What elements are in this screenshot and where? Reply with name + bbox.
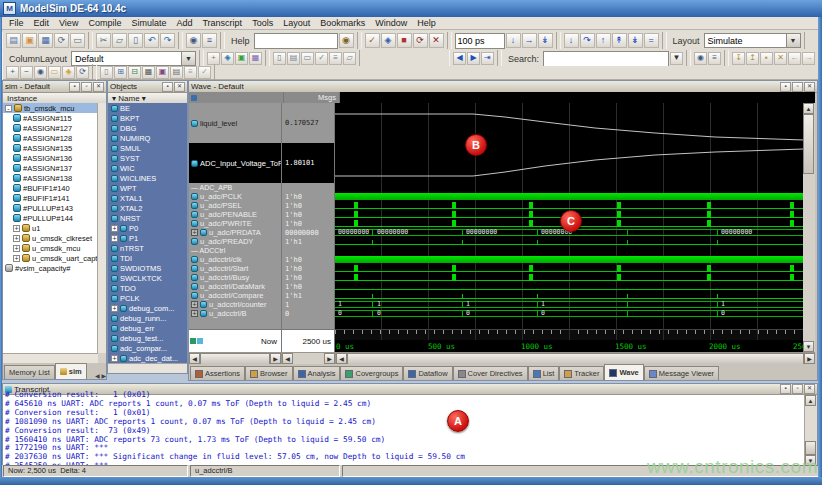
objects-list-item[interactable]: +P0: [108, 223, 187, 233]
leaf-names-icon[interactable]: ▯: [100, 66, 113, 79]
tree-item[interactable]: #ASSIGN#115: [3, 113, 98, 123]
wave-signal-name[interactable]: u_adc/PSEL: [189, 201, 281, 210]
props-icon[interactable]: ✓: [198, 66, 211, 79]
tab-analysis[interactable]: Analysis: [293, 366, 341, 380]
wave-signal-name[interactable]: u_adcctrl/Busy: [189, 273, 281, 282]
objects-list-item[interactable]: WPT: [108, 183, 187, 193]
edit-mode-icon[interactable]: ✓: [315, 52, 328, 65]
menu-bookmarks[interactable]: Bookmarks: [315, 18, 370, 28]
objects-list-item[interactable]: +adc_dec_dat...: [108, 353, 187, 363]
tree-item[interactable]: #ASSIGN#138: [3, 173, 98, 183]
tab-covergroups[interactable]: Covergroups: [340, 366, 403, 380]
objects-list-item[interactable]: SMUL: [108, 143, 187, 153]
tree-item[interactable]: #ASSIGN#127: [3, 123, 98, 133]
map-icon[interactable]: ≡: [329, 52, 342, 65]
transcript-log[interactable]: # Conversion result: 1 (0x01)# 645610 ns…: [5, 391, 803, 466]
help-go-icon[interactable]: ◉: [339, 33, 354, 48]
tree-item[interactable]: +u1: [3, 223, 98, 233]
objects-list-item[interactable]: PCLK: [108, 293, 187, 303]
objects-list-item[interactable]: debug_err: [108, 323, 187, 333]
run-icon[interactable]: ↓: [506, 33, 521, 48]
menu-view[interactable]: View: [54, 18, 83, 28]
scroll-left-icon[interactable]: ◀: [189, 353, 200, 364]
edge-left-icon[interactable]: ←: [788, 52, 801, 65]
expand-icon[interactable]: ⊞: [114, 66, 127, 79]
wave-name-column-header[interactable]: [189, 92, 284, 103]
restart-icon[interactable]: ⟳: [413, 33, 428, 48]
wave-signal-name[interactable]: u_adc/PWRITE: [189, 219, 281, 228]
scrollbar-thumb[interactable]: [803, 114, 814, 174]
prev-transition-icon[interactable]: ◀: [453, 52, 466, 65]
end-sim-icon[interactable]: ✕: [429, 33, 444, 48]
wave-signal-name[interactable]: +u_adcctrl/B: [189, 309, 281, 318]
collapse-icon[interactable]: -: [5, 105, 12, 112]
cut-icon[interactable]: ✂: [96, 33, 111, 48]
pin-icon[interactable]: ▪: [162, 82, 173, 92]
expand-icon[interactable]: +: [111, 225, 118, 232]
tree-item[interactable]: +u_cmsdk_clkreset: [3, 233, 98, 243]
close-icon[interactable]: ✕: [174, 82, 185, 92]
pencil-icon[interactable]: ▱: [343, 52, 356, 65]
cursor-lock-icon[interactable]: ▪: [760, 52, 773, 65]
wave-signal-name[interactable]: u_adc/PENABLE: [189, 210, 281, 219]
step-over-icon[interactable]: ↷: [580, 33, 595, 48]
tree-item[interactable]: #ASSIGN#137: [3, 163, 98, 173]
tab-sim[interactable]: sim: [55, 363, 87, 379]
reload-icon[interactable]: ⟳: [54, 33, 69, 48]
cursor-add-icon[interactable]: ◈: [221, 52, 234, 65]
close-icon[interactable]: ✕: [93, 82, 104, 92]
menu-file[interactable]: File: [4, 18, 29, 28]
wave-signal-name[interactable]: — ADC_APB: [189, 183, 281, 192]
undo-icon[interactable]: ↶: [144, 33, 159, 48]
tab-wave[interactable]: Wave: [604, 364, 643, 380]
pause-icon[interactable]: =: [644, 33, 659, 48]
timeline-labels[interactable]: 0 us500 us1000 us1500 us2000 us250: [335, 340, 803, 352]
justify-icon[interactable]: ≡: [184, 66, 197, 79]
new-file-icon[interactable]: ▤: [6, 33, 21, 48]
zoom-in-icon[interactable]: +: [6, 66, 19, 79]
tab-message-viewer[interactable]: Message Viewer: [644, 366, 719, 380]
menu-edit[interactable]: Edit: [29, 18, 55, 28]
tab-cover-directives[interactable]: Cover Directives: [453, 366, 528, 380]
simulate-icon[interactable]: ◈: [381, 33, 396, 48]
wave-signal-name[interactable]: — ADCCtrl: [189, 246, 281, 255]
title-bar[interactable]: M ModelSim DE-64 10.4c: [0, 0, 822, 17]
wave-signal-name[interactable]: u_adcctrl/Compare: [189, 291, 281, 300]
scroll-left-icon[interactable]: ◀: [336, 353, 347, 364]
expand-icon[interactable]: +: [13, 255, 20, 262]
objects-list-item[interactable]: XTAL1: [108, 193, 187, 203]
maximize-icon[interactable]: ▫: [81, 82, 92, 92]
group-sel-icon[interactable]: ▦: [142, 66, 155, 79]
redo-icon[interactable]: ↷: [160, 33, 175, 48]
pin-icon[interactable]: ▪: [69, 82, 80, 92]
expand-icon[interactable]: +: [13, 235, 20, 242]
objects-list-item[interactable]: WIC: [108, 163, 187, 173]
copy-icon[interactable]: ▱: [112, 33, 127, 48]
scroll-right-icon[interactable]: ▶: [324, 353, 335, 364]
up-level-icon[interactable]: ↟: [612, 33, 627, 48]
collapse-icon[interactable]: ⊟: [128, 66, 141, 79]
tree-item[interactable]: #BUFIF1#141: [3, 193, 98, 203]
run-all-icon[interactable]: ↡: [538, 33, 553, 48]
menu-compile[interactable]: Compile: [83, 18, 126, 28]
ungroup-icon[interactable]: ▭: [301, 52, 314, 65]
break-icon[interactable]: ■: [397, 33, 412, 48]
tab-list[interactable]: List: [528, 366, 560, 380]
filter-icon[interactable]: ≡: [202, 33, 217, 48]
expand-icon[interactable]: +: [111, 305, 118, 312]
find-toolbar-icon[interactable]: ◉: [694, 52, 707, 65]
cut-wave-icon[interactable]: ▣: [235, 52, 248, 65]
objects-list-item[interactable]: SWCLKTCK: [108, 273, 187, 283]
group-icon[interactable]: ▤: [287, 52, 300, 65]
run-length-input[interactable]: [455, 33, 505, 49]
search-input[interactable]: [543, 51, 669, 67]
step-into-icon[interactable]: ↓: [564, 33, 579, 48]
objects-list-item[interactable]: SYST: [108, 153, 187, 163]
wave-signal-name[interactable]: liquid_level: [189, 103, 281, 143]
expand-icon[interactable]: +: [111, 235, 118, 242]
tree-item[interactable]: +u_cmsdk_uart_captu...: [3, 253, 98, 263]
paste-icon[interactable]: ▯: [128, 33, 143, 48]
wave-signal-name[interactable]: +u_adc/PRDATA: [189, 228, 281, 237]
tree-item[interactable]: #PULLUP#144: [3, 213, 98, 223]
scrollbar-thumb[interactable]: [805, 441, 816, 455]
